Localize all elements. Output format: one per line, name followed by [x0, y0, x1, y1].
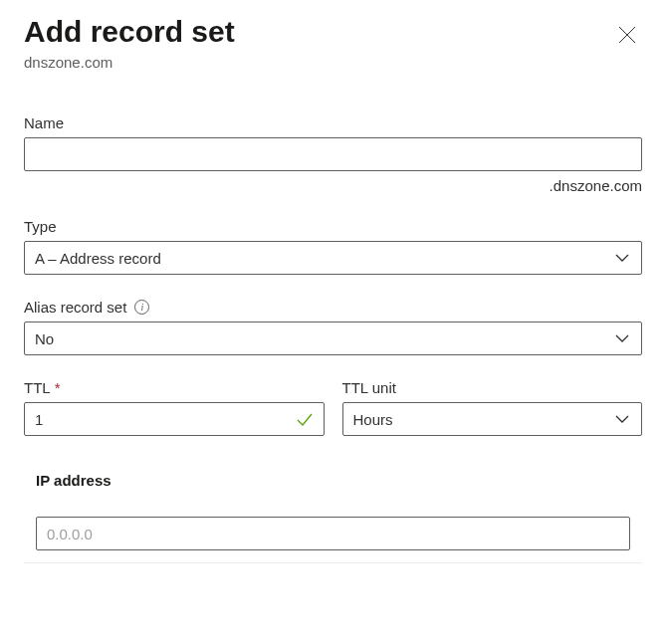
- check-icon: [295, 409, 315, 429]
- required-indicator: *: [55, 379, 61, 396]
- type-select[interactable]: A – Address record: [24, 241, 642, 275]
- alias-select[interactable]: No: [24, 322, 642, 355]
- ttl-label: TTL*: [24, 379, 61, 396]
- type-label: Type: [24, 218, 57, 235]
- ip-address-input[interactable]: [36, 517, 630, 550]
- alias-select-value: No: [35, 330, 54, 347]
- chevron-down-icon: [613, 329, 631, 347]
- ttl-unit-label: TTL unit: [342, 379, 396, 396]
- type-select-value: A – Address record: [35, 250, 161, 267]
- alias-label: Alias record set: [24, 299, 126, 316]
- name-input[interactable]: [24, 137, 642, 171]
- close-icon: [618, 30, 636, 47]
- chevron-down-icon: [613, 249, 631, 267]
- ttl-unit-select-value: Hours: [353, 411, 393, 428]
- panel-subtitle: dnszone.com: [24, 54, 235, 71]
- panel-title: Add record set: [24, 14, 235, 50]
- name-label: Name: [24, 114, 64, 131]
- divider: [24, 562, 642, 563]
- ip-address-label: IP address: [36, 472, 630, 489]
- ttl-input[interactable]: [24, 402, 325, 436]
- info-icon[interactable]: i: [134, 300, 149, 315]
- close-button[interactable]: [612, 20, 642, 54]
- name-suffix: .dnszone.com: [24, 177, 642, 194]
- ttl-unit-select[interactable]: Hours: [342, 402, 643, 436]
- chevron-down-icon: [613, 410, 631, 428]
